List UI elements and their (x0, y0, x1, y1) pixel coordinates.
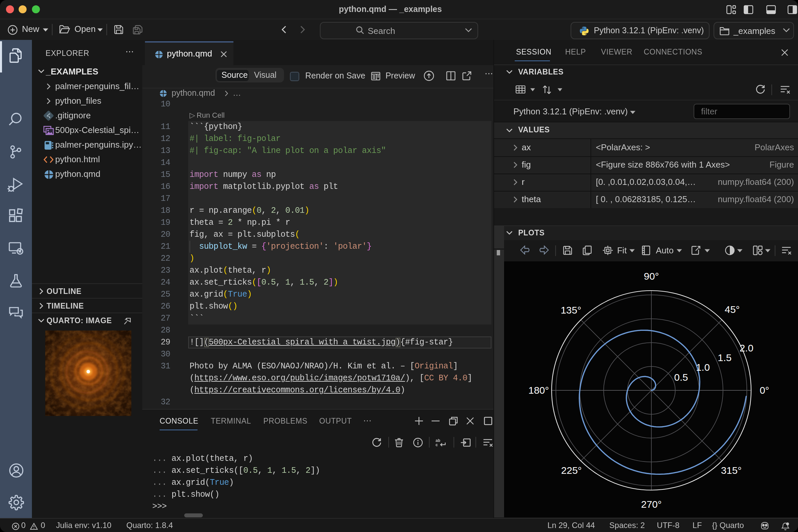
svg-text:1.5: 1.5 (718, 352, 732, 363)
svg-text:c: c (436, 442, 438, 447)
svg-text:1.0: 1.0 (696, 361, 710, 373)
svg-text:270°: 270° (641, 498, 662, 509)
svg-text:180°: 180° (528, 384, 549, 395)
svg-text:2.0: 2.0 (740, 342, 754, 353)
svg-text:135°: 135° (560, 304, 581, 315)
svg-text:90°: 90° (644, 270, 659, 281)
svg-text:0.5: 0.5 (674, 372, 688, 382)
svg-text:225°: 225° (561, 464, 582, 475)
svg-text:315°: 315° (721, 464, 741, 475)
svg-text:0°: 0° (760, 384, 770, 395)
svg-text:ab: ab (436, 438, 440, 442)
svg-text:45°: 45° (724, 304, 740, 315)
